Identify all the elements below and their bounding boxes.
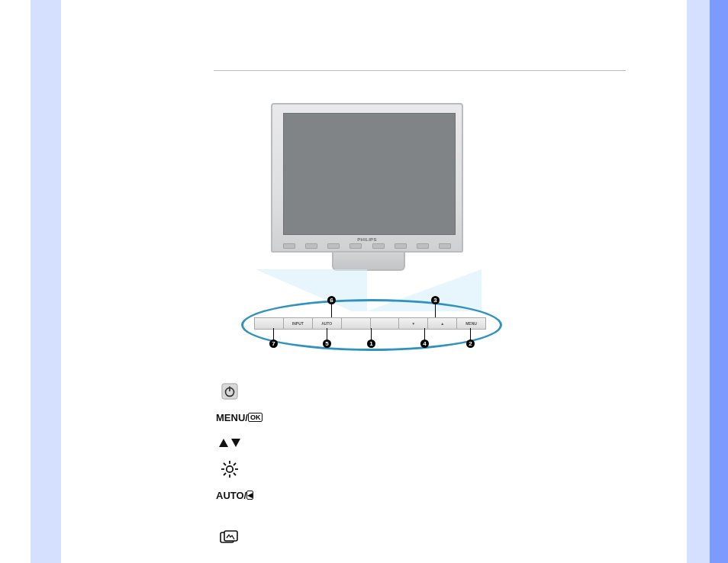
panel-seg bbox=[342, 318, 371, 329]
ok-box-icon: OK bbox=[248, 413, 263, 422]
callout-line bbox=[331, 304, 332, 317]
right-gutter bbox=[595, 0, 687, 563]
panel-seg bbox=[255, 318, 284, 329]
svg-point-5 bbox=[227, 466, 233, 472]
callout-line bbox=[273, 328, 274, 340]
panel-seg: INPUT bbox=[284, 318, 313, 329]
callout-line bbox=[327, 328, 327, 340]
callout-5: 5 bbox=[323, 339, 331, 348]
sidebar-left bbox=[31, 0, 61, 563]
smartimage-icon bbox=[216, 528, 243, 548]
horizontal-rule bbox=[214, 70, 626, 71]
svg-line-10 bbox=[224, 463, 226, 465]
svg-rect-15 bbox=[224, 531, 237, 541]
control-panel-strip: INPUT AUTO ▼ ▲ MENU bbox=[254, 317, 486, 330]
legend-list: MENU/OK bbox=[216, 378, 243, 551]
back-box-icon: ◀ bbox=[246, 491, 253, 500]
legend-row-menu: MENU/OK bbox=[216, 404, 243, 430]
up-down-icon bbox=[216, 433, 243, 453]
callout-6: 6 bbox=[327, 296, 336, 304]
legend-row-brightness bbox=[216, 456, 243, 482]
power-icon bbox=[216, 381, 243, 401]
svg-line-13 bbox=[234, 463, 236, 465]
monitor-base bbox=[332, 253, 405, 271]
auto-label: AUTO/ bbox=[216, 490, 246, 501]
legend-row-blank bbox=[216, 508, 243, 525]
menu-ok-icon: MENU/OK bbox=[216, 407, 243, 427]
legend-row-power bbox=[216, 378, 243, 404]
callout-line bbox=[424, 328, 425, 340]
sidebar-right-dark bbox=[710, 0, 728, 563]
svg-line-11 bbox=[234, 473, 236, 475]
legend-row-auto: AUTO/◀ bbox=[216, 482, 243, 508]
panel-seg: ▼ bbox=[399, 318, 428, 329]
legend-row-smartimage bbox=[216, 525, 243, 551]
auto-back-icon: AUTO/◀ bbox=[216, 485, 243, 505]
sidebar-right-light bbox=[687, 0, 710, 563]
monitor-screen bbox=[283, 113, 456, 235]
callout-4: 4 bbox=[420, 339, 429, 348]
monitor-bezel-buttons bbox=[279, 243, 456, 249]
monitor-brand-label: PHILIPS bbox=[272, 237, 462, 242]
svg-marker-3 bbox=[219, 439, 228, 447]
menu-label: MENU/ bbox=[216, 412, 248, 423]
legend-row-updown bbox=[216, 430, 243, 456]
panel-seg: AUTO bbox=[313, 318, 342, 329]
callout-2: 2 bbox=[466, 339, 475, 348]
callout-3: 3 bbox=[431, 296, 440, 304]
brightness-icon bbox=[216, 459, 243, 479]
monitor-illustration: PHILIPS bbox=[271, 103, 463, 280]
callout-7: 7 bbox=[269, 339, 278, 348]
callout-1: 1 bbox=[367, 339, 375, 348]
monitor-frame: PHILIPS bbox=[271, 103, 463, 253]
callout-line bbox=[470, 328, 471, 340]
callout-line bbox=[435, 304, 436, 317]
panel-seg: MENU bbox=[457, 318, 485, 329]
panel-seg bbox=[371, 318, 400, 329]
svg-line-12 bbox=[224, 473, 226, 475]
svg-marker-4 bbox=[231, 439, 240, 447]
callout-line bbox=[371, 328, 372, 340]
panel-seg: ▲ bbox=[428, 318, 457, 329]
